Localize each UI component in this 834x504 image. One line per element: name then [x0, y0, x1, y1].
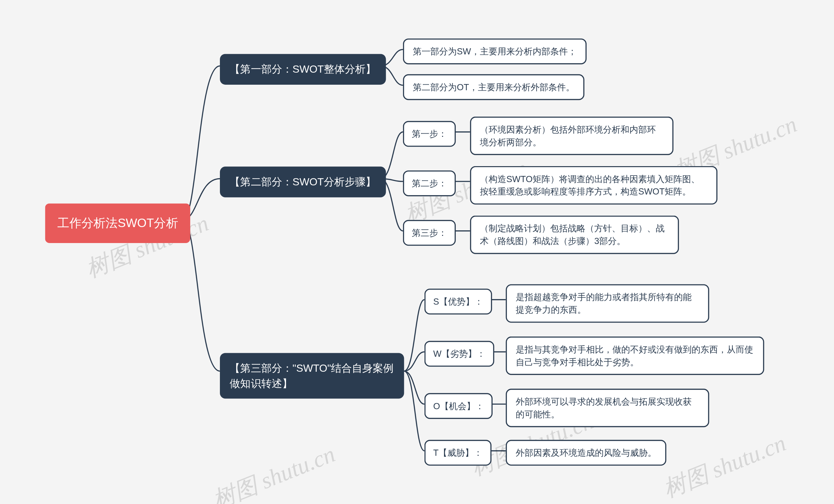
- leaf-w-detail[interactable]: 是指与其竞争对手相比，做的不好或没有做到的东西，从而使自己与竞争对手相比处于劣势…: [506, 336, 764, 375]
- leaf-ot-external[interactable]: 第二部分为OT，主要用来分析外部条件。: [403, 74, 585, 100]
- step-3[interactable]: 第三步：: [403, 220, 456, 246]
- step-2[interactable]: 第二步：: [403, 170, 456, 196]
- branch-part2[interactable]: 【第二部分：SWOT分析步骤】: [220, 167, 386, 197]
- leaf-step1-detail[interactable]: （环境因素分析）包括外部环境分析和内部环境分析两部分。: [470, 117, 673, 155]
- branch-part1[interactable]: 【第一部分：SWOT整体分析】: [220, 54, 386, 84]
- leaf-sw-internal[interactable]: 第一部分为SW，主要用来分析内部条件；: [403, 39, 586, 65]
- root-node[interactable]: 工作分析法SWOT分析: [45, 203, 190, 243]
- swot-s[interactable]: S【优势】：: [424, 289, 492, 315]
- swot-o[interactable]: O【机会】：: [424, 393, 493, 419]
- leaf-t-detail[interactable]: 外部因素及环境造成的风险与威胁。: [506, 440, 666, 466]
- watermark: 树图 shutu.cn: [208, 439, 339, 504]
- swot-t[interactable]: T【威胁】：: [424, 440, 491, 466]
- leaf-step3-detail[interactable]: （制定战略计划）包括战略（方针、目标）、战术（路线图）和战法（步骤）3部分。: [470, 216, 679, 255]
- leaf-o-detail[interactable]: 外部环境可以寻求的发展机会与拓展实现收获的可能性。: [506, 389, 709, 428]
- swot-w[interactable]: W【劣势】：: [424, 341, 494, 367]
- mindmap-canvas: 树图 shutu.cn 树图 shutu.cn 树图 shutu.cn 树图 s…: [0, 0, 834, 504]
- leaf-step2-detail[interactable]: （构造SWTO矩阵）将调查的出的各种因素填入矩阵图、按轻重缓急或影响程度等排序方…: [470, 166, 717, 205]
- branch-part3[interactable]: 【第三部分："SWTO"结合自身案例做知识转述】: [220, 353, 404, 398]
- leaf-s-detail[interactable]: 是指超越竞争对手的能力或者指其所特有的能提竞争力的东西。: [506, 284, 709, 323]
- step-1[interactable]: 第一步：: [403, 121, 456, 147]
- watermark: 树图 shutu.cn: [659, 428, 790, 504]
